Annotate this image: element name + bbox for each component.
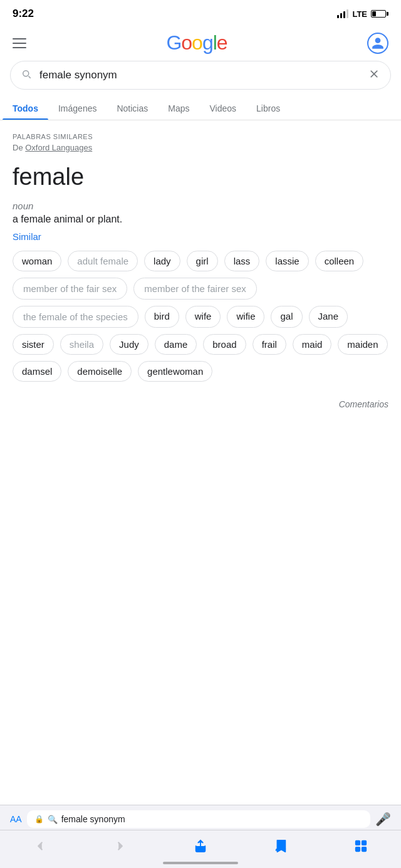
microphone-icon[interactable]: 🎤 [375, 812, 391, 827]
chip-gentlewoman[interactable]: gentlewoman [138, 361, 212, 382]
word-title: female [13, 164, 388, 191]
lock-icon: 🔒 [34, 815, 44, 824]
source-prefix: De [13, 143, 23, 152]
status-time: 9:22 [13, 8, 34, 20]
search-query: female synonym [39, 69, 360, 81]
chip-colleen[interactable]: colleen [315, 251, 364, 271]
oxford-source: De Oxford Languages [13, 143, 388, 152]
battery-icon [371, 10, 388, 18]
chip-lass[interactable]: lass [224, 251, 260, 271]
chip-girl[interactable]: girl [187, 251, 218, 271]
chip-dame[interactable]: dame [155, 334, 197, 355]
chip-member-fairer-sex[interactable]: member of the fairer sex [133, 278, 257, 300]
search-icon [21, 68, 32, 82]
chip-wife[interactable]: wife [185, 306, 221, 328]
chip-member-fair-sex[interactable]: member of the fair sex [13, 278, 127, 300]
chip-sheila[interactable]: sheila [60, 334, 103, 355]
svg-rect-2 [362, 841, 366, 845]
chip-gal[interactable]: gal [271, 306, 302, 328]
forward-button[interactable] [103, 837, 137, 855]
tab-noticias[interactable]: Noticias [107, 97, 158, 120]
browser-search-icon: 🔍 [48, 815, 58, 824]
feedback-row: Comentarios [13, 387, 388, 416]
search-bar[interactable]: female synonym [10, 61, 391, 90]
part-of-speech: noun [13, 201, 388, 211]
browser-address-field[interactable]: 🔒 🔍 female synonym [27, 810, 370, 828]
share-button[interactable] [184, 837, 217, 855]
tab-todos[interactable]: Todos [3, 97, 48, 120]
chip-lassie[interactable]: lassie [266, 251, 308, 271]
tabs-button[interactable] [344, 837, 378, 855]
tab-maps[interactable]: Maps [158, 97, 199, 120]
browser-address-text: female synonym [61, 814, 125, 824]
svg-rect-1 [356, 841, 360, 845]
chip-lady[interactable]: lady [144, 251, 180, 271]
feedback-label[interactable]: Comentarios [339, 399, 388, 409]
chip-bird[interactable]: bird [145, 306, 179, 328]
chip-judy[interactable]: Judy [110, 334, 148, 355]
chip-maid[interactable]: maid [293, 334, 332, 355]
avatar-icon[interactable] [367, 33, 388, 54]
main-content: PALABRAS SIMILARES De Oxford Languages f… [0, 120, 401, 428]
svg-rect-3 [356, 847, 360, 851]
search-bar-container: female synonym [0, 61, 401, 97]
chip-sister[interactable]: sister [13, 334, 54, 355]
chip-broad[interactable]: broad [203, 334, 246, 355]
lte-label: LTE [352, 9, 367, 19]
logo-e: e [217, 31, 227, 55]
clear-search-button[interactable] [368, 68, 380, 83]
browser-aa-button[interactable]: AA [10, 814, 22, 824]
section-label: PALABRAS SIMILARES [13, 133, 388, 140]
chip-frail[interactable]: frail [253, 334, 286, 355]
menu-icon[interactable] [13, 38, 26, 48]
search-tabs: Todos Imágenes Noticias Maps Videos Libr… [0, 97, 401, 120]
tab-imagenes[interactable]: Imágenes [48, 97, 107, 120]
tab-videos[interactable]: Videos [199, 97, 246, 120]
logo-g2: g [202, 31, 213, 55]
logo-o2: o [192, 31, 202, 55]
chip-woman[interactable]: woman [13, 251, 61, 271]
back-button[interactable] [23, 837, 57, 855]
header: Google [0, 25, 401, 61]
browser-address-bar: AA 🔒 🔍 female synonym 🎤 [0, 805, 401, 833]
chip-jane[interactable]: Jane [309, 306, 348, 328]
logo-o1: o [181, 31, 192, 55]
tab-libros[interactable]: Libros [246, 97, 290, 120]
status-icons: LTE [337, 9, 388, 19]
svg-rect-4 [362, 847, 366, 851]
oxford-link[interactable]: Oxford Languages [25, 143, 92, 152]
home-indicator [163, 862, 238, 864]
chip-maiden[interactable]: maiden [338, 334, 387, 355]
word-definition: a female animal or plant. [13, 214, 388, 225]
chip-female-species[interactable]: the female of the species [13, 306, 138, 328]
google-logo: Google [166, 31, 227, 55]
synonyms-chips: woman adult female lady girl lass lassie… [13, 251, 388, 382]
signal-bars-icon [337, 9, 348, 18]
chip-damsel[interactable]: damsel [13, 361, 61, 382]
similar-label: Similar [13, 231, 388, 242]
chip-adult-female[interactable]: adult female [68, 251, 138, 271]
bookmarks-button[interactable] [264, 837, 298, 855]
status-bar: 9:22 LTE [0, 0, 401, 25]
chip-wifie[interactable]: wifie [227, 306, 264, 328]
logo-g: G [166, 31, 181, 55]
chip-demoiselle[interactable]: demoiselle [68, 361, 132, 382]
